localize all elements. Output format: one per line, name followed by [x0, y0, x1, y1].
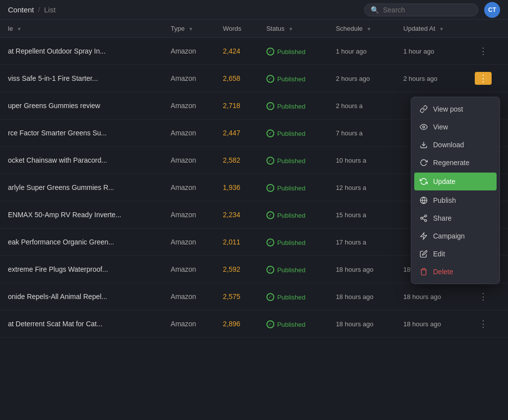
- cell-updated-at: 18 hours ago: [395, 283, 467, 310]
- cell-type: Amazon: [163, 65, 215, 92]
- cell-schedule: 12 hours a: [328, 174, 395, 201]
- search-bar[interactable]: 🔍: [364, 3, 478, 16]
- svg-point-0: [423, 126, 425, 128]
- table-row: onide Repels-All Animal Repel... Amazon …: [0, 283, 508, 310]
- cell-words: 2,011: [215, 229, 258, 256]
- status-badge: ✓ Published: [266, 239, 306, 246]
- cell-words: 2,582: [215, 147, 258, 174]
- cell-title: ENMAX 50-Amp RV Ready Inverte...: [0, 201, 163, 229]
- cell-updated-at: 18 hours ago: [395, 310, 467, 338]
- menu-item-share[interactable]: Share: [411, 209, 500, 227]
- check-circle-icon: ✓: [266, 239, 274, 246]
- menu-item-update[interactable]: Update: [414, 173, 497, 190]
- update-icon: [419, 177, 428, 186]
- status-label: Published: [277, 157, 306, 165]
- cell-schedule: 18 hours ago: [328, 310, 395, 338]
- menu-item-label: Regenerate: [433, 159, 469, 167]
- cell-actions: ⋮: [467, 283, 508, 310]
- breadcrumb: Content / List: [8, 5, 56, 14]
- cell-title: arlyle Super Greens Gummies R...: [0, 174, 163, 201]
- status-label: Published: [277, 130, 306, 137]
- svg-line-7: [423, 219, 425, 220]
- cell-type: Amazon: [163, 229, 215, 256]
- svg-point-4: [425, 215, 427, 217]
- cell-schedule: 2 hours ago: [328, 65, 395, 92]
- cell-status: ✓ Published: [258, 283, 328, 310]
- table-container: le ▼ Type ▼ Words Status ▼ Schedule ▼: [0, 20, 508, 338]
- cell-updated-at: 2 hours ago: [395, 65, 467, 92]
- cell-type: Amazon: [163, 174, 215, 201]
- col-header-updated-at[interactable]: Updated At ▼: [395, 20, 467, 38]
- cell-title: rce Factor Smarter Greens Su...: [0, 120, 163, 147]
- check-circle-icon: ✓: [266, 102, 274, 110]
- download-icon: [419, 140, 428, 149]
- status-badge: ✓ Published: [266, 184, 306, 192]
- menu-item-download[interactable]: Download: [411, 136, 500, 154]
- check-circle-icon: ✓: [266, 75, 274, 83]
- avatar[interactable]: CT: [484, 2, 500, 18]
- more-options-button[interactable]: ⋮: [475, 290, 492, 303]
- cell-actions: ⋮: [467, 38, 508, 65]
- status-badge: ✓ Published: [266, 129, 306, 137]
- cell-schedule: 1 hour ago: [328, 38, 395, 65]
- cell-type: Amazon: [163, 38, 215, 65]
- publish-icon: [419, 196, 428, 205]
- menu-item-edit[interactable]: Edit: [411, 245, 500, 263]
- cell-status: ✓ Published: [258, 229, 328, 256]
- check-circle-icon: ✓: [266, 293, 274, 301]
- cell-title: ocket Chainsaw with Paracord...: [0, 147, 163, 174]
- menu-item-view[interactable]: View: [411, 118, 500, 136]
- more-options-button[interactable]: ⋮: [475, 317, 492, 330]
- menu-item-campaign[interactable]: Campaign: [411, 227, 500, 245]
- status-label: Published: [277, 184, 306, 192]
- col-header-type[interactable]: Type ▼: [163, 20, 215, 38]
- cell-words: 1,936: [215, 174, 258, 201]
- cell-status: ✓ Published: [258, 174, 328, 201]
- status-badge: ✓ Published: [266, 102, 306, 110]
- status-label: Published: [277, 294, 306, 301]
- status-badge: ✓ Published: [266, 320, 306, 328]
- cell-schedule: 17 hours a: [328, 229, 395, 256]
- cell-status: ✓ Published: [258, 201, 328, 229]
- cell-status: ✓ Published: [258, 147, 328, 174]
- svg-point-5: [421, 217, 423, 219]
- status-label: Published: [277, 266, 306, 274]
- menu-item-delete[interactable]: Delete: [411, 263, 500, 281]
- check-circle-icon: ✓: [266, 266, 274, 274]
- cell-title: viss Safe 5-in-1 Fire Starter...: [0, 65, 163, 92]
- cell-words: 2,424: [215, 38, 258, 65]
- menu-item-label: View: [433, 123, 448, 131]
- check-circle-icon: ✓: [266, 157, 274, 165]
- col-header-title[interactable]: le ▼: [0, 20, 163, 38]
- cell-type: Amazon: [163, 201, 215, 229]
- status-label: Published: [277, 239, 306, 246]
- table-row: viss Safe 5-in-1 Fire Starter... Amazon …: [0, 65, 508, 92]
- col-header-schedule[interactable]: Schedule ▼: [328, 20, 395, 38]
- view-post-icon: [419, 105, 428, 114]
- status-badge: ✓ Published: [266, 75, 306, 83]
- status-label: Published: [277, 212, 306, 219]
- col-header-status[interactable]: Status ▼: [258, 20, 328, 38]
- cell-status: ✓ Published: [258, 120, 328, 147]
- status-badge: ✓ Published: [266, 157, 306, 165]
- cell-schedule: 7 hours a: [328, 120, 395, 147]
- cell-status: ✓ Published: [258, 38, 328, 65]
- menu-item-regenerate[interactable]: Regenerate: [411, 154, 500, 172]
- menu-item-view-post[interactable]: View post: [411, 100, 500, 118]
- more-options-button[interactable]: ⋮: [475, 45, 492, 58]
- status-label: Published: [277, 321, 306, 328]
- menu-item-label: Publish: [433, 196, 456, 204]
- cell-schedule: 2 hours a: [328, 92, 395, 120]
- cell-status: ✓ Published: [258, 65, 328, 92]
- more-options-button[interactable]: ⋮: [475, 72, 492, 85]
- view-icon: [419, 122, 428, 131]
- cell-actions: ⋮: [467, 310, 508, 338]
- menu-item-publish[interactable]: Publish: [411, 191, 500, 209]
- svg-marker-9: [421, 233, 427, 239]
- cell-schedule: 15 hours a: [328, 201, 395, 229]
- check-circle-icon: ✓: [266, 320, 274, 328]
- check-circle-icon: ✓: [266, 184, 274, 192]
- search-input[interactable]: [383, 6, 472, 14]
- cell-words: 2,896: [215, 310, 258, 338]
- cell-schedule: 18 hours ago: [328, 256, 395, 283]
